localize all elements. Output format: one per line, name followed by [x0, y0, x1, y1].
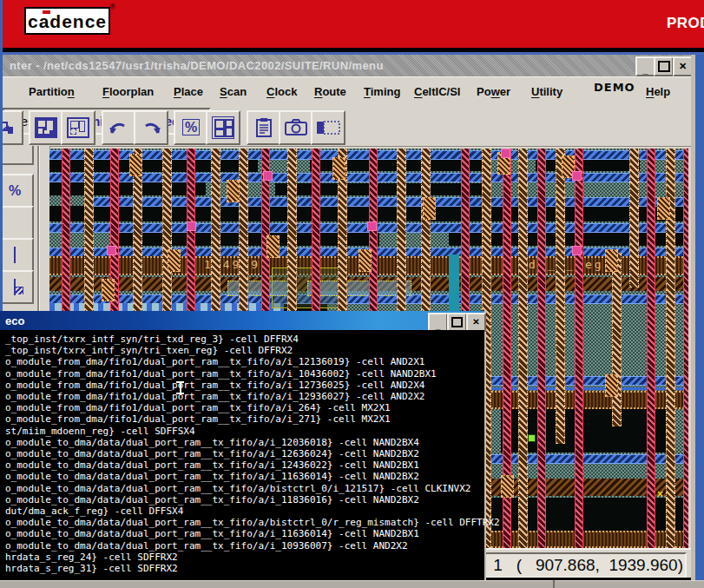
- layout-power-stripe-red: [575, 149, 583, 548]
- menu-help[interactable]: Help: [646, 85, 670, 98]
- layout-power-stripe-red: [369, 149, 378, 322]
- screen: cadence ® PROD nter - /net/cds12547/usr1…: [0, 0, 704, 588]
- cadence-logo-text: cadence: [28, 12, 107, 30]
- terminal-line: o_module_from_dma/fifo1/dual_port_ram__t…: [5, 402, 484, 413]
- layout-marker-magenta: [107, 246, 116, 255]
- cadence-logo: cadence ®: [24, 7, 110, 35]
- layout-route-stripe-tan: [84, 149, 94, 322]
- layout-route-stripe-tan: [612, 253, 622, 426]
- terminal-maximize-icon: [451, 317, 463, 327]
- menu-celtic-si[interactable]: CeltIC/SI: [414, 85, 460, 98]
- redo-icon: [140, 119, 162, 136]
- window-titlebar[interactable]: nter - /net/cds12547/usr1/trisha/DEMO/DA…: [3, 55, 691, 76]
- layout-via-cell: [168, 249, 181, 272]
- terminal-line: hrdata_s_reg_24} -cell SDFFRX2: [5, 552, 484, 563]
- layout-via-cell: [501, 475, 514, 498]
- layout-marker-magenta: [572, 246, 582, 255]
- layout-via-cell: [657, 197, 670, 220]
- layout-marker-x: ×: [657, 489, 663, 499]
- layout-route-stripe-tan: [162, 149, 172, 322]
- terminal-line: o_module_to_dma/data/dual_port_ram__tx_f…: [5, 494, 484, 505]
- cursor-coordinates: 1 ( 907.868, 1939.960): [493, 556, 683, 575]
- floorplan-filled-button[interactable]: [29, 110, 63, 145]
- menu-floorplan[interactable]: Floorplan: [102, 85, 154, 98]
- layout-marker-magenta: [501, 149, 510, 158]
- snapshot-icon: [285, 119, 307, 136]
- menu-route[interactable]: Route: [314, 85, 346, 98]
- terminal-line: hrdata_s_reg_31} -cell SDFFRX2: [5, 563, 484, 574]
- banner-right-text: PROD: [667, 15, 704, 32]
- maximize-icon: [658, 61, 670, 72]
- terminal-line: o_module_from_dma/fifo1/dual_port_ram__t…: [5, 380, 484, 391]
- layout-marker-magenta: [367, 221, 377, 231]
- terminal-line: o_module_to_dma/data/dual_port_ram__tx_f…: [5, 471, 484, 482]
- layout-black-region: [275, 183, 484, 195]
- select-region-icon: [316, 120, 340, 135]
- corner-area-tool-icon: [14, 280, 16, 295]
- terminal-output[interactable]: _top_inst/txrx_intf_syn/tri_txd_reg_3} -…: [0, 330, 484, 580]
- menu-timing[interactable]: Timing: [364, 85, 400, 98]
- floorplan-outline-button[interactable]: [61, 110, 95, 145]
- percent-tool-button[interactable]: %: [3, 174, 34, 208]
- percent-button[interactable]: %: [174, 110, 208, 145]
- redo-button[interactable]: [134, 110, 168, 145]
- layout-route-stripe-tan: [287, 149, 297, 322]
- terminal-line: o_module_from_dma/fifo1/dual_port_ram__t…: [5, 391, 484, 402]
- multi-window-button[interactable]: [206, 110, 240, 145]
- terminal-minimize-button[interactable]: _: [428, 313, 448, 332]
- layout-black-region: [49, 182, 206, 195]
- screen-bottom-strip: [0, 580, 704, 588]
- corner-area-tool-button[interactable]: [3, 270, 34, 304]
- eco-terminal-window[interactable]: eco _ ✕ _top_inst/txrx_intf_syn/tri_txd_…: [0, 311, 486, 580]
- terminal-line: o_module_to_dma/data/dual_port_ram__tx_f…: [5, 448, 484, 459]
- cadence-logo-accent: [43, 10, 50, 14]
- terminal-line: o_module_to_dma/data/dual_port_ram__tx_f…: [5, 459, 484, 471]
- terminal-line: _top_inst/txrx_intf_syn/tri_txd_reg_3} -…: [5, 334, 484, 345]
- layout-marker-magenta: [572, 171, 582, 181]
- menubar: PartitionFloorplanPlaceScanClockRouteTim…: [3, 76, 691, 109]
- hatch-area-tool-icon: [14, 248, 16, 263]
- layout-power-stripe-red: [537, 149, 546, 548]
- layout-via-cell: [102, 279, 115, 301]
- layout-power-stripe-red: [187, 149, 195, 322]
- clipboard-button[interactable]: [247, 110, 281, 145]
- hatch-area-tool-button[interactable]: [3, 238, 34, 272]
- detach-window-button[interactable]: [0, 110, 23, 145]
- registered-trademark-icon: ®: [109, 3, 115, 11]
- blank-tool-button[interactable]: [3, 146, 34, 165]
- floorplan-filled-icon: [35, 117, 57, 138]
- layout-via-cell: [129, 154, 142, 176]
- layout-route-stripe-tan: [397, 149, 406, 322]
- maximize-button[interactable]: [654, 56, 674, 76]
- snapshot-button[interactable]: [279, 110, 313, 145]
- layout-power-stripe-red: [312, 149, 320, 322]
- undo-icon: [108, 119, 130, 136]
- menu-clock[interactable]: Clock: [266, 85, 297, 98]
- menu-scan[interactable]: Scan: [220, 85, 247, 98]
- undo-button[interactable]: [102, 110, 136, 145]
- terminal-line: st/miim_mdoenn_reg} -cell SDFFSX4: [5, 426, 484, 437]
- terminal-line: o_module_to_dma/data/dual_port_ram__tx_f…: [5, 483, 484, 494]
- menu-demo[interactable]: DEMO: [594, 81, 635, 94]
- bottom-strip-seam: [553, 580, 555, 588]
- menu-partition[interactable]: Partition: [29, 85, 75, 98]
- layout-power-stripe-red: [62, 149, 70, 322]
- terminal-line: dut/dma_ack_f_reg} -cell DFFSX4: [5, 505, 484, 517]
- menu-utility[interactable]: Utility: [531, 85, 563, 98]
- toolbar: Design is: Timing Analyzed %: [3, 108, 691, 147]
- terminal-line: o_module_from_dma/fifo1/dual_port_ram__t…: [5, 368, 484, 380]
- terminal-close-button[interactable]: ✕: [466, 313, 486, 332]
- menu-place[interactable]: Place: [174, 85, 203, 98]
- terminal-line: o_module_to_dma/data/dual_port_ram__tx_f…: [5, 517, 484, 528]
- percent-tool-icon: %: [9, 183, 21, 199]
- close-button[interactable]: ✕: [673, 56, 693, 76]
- select-region-button[interactable]: [311, 110, 345, 145]
- terminal-titlebar[interactable]: eco _ ✕: [0, 311, 484, 330]
- menu-power[interactable]: Power: [477, 85, 510, 98]
- minimize-button[interactable]: _: [635, 56, 655, 76]
- terminal-maximize-button[interactable]: [447, 313, 467, 332]
- blue-fill-tool-button[interactable]: [3, 206, 34, 240]
- terminal-line: o_module_to_dma/data/dual_port_ram__tx_f…: [5, 437, 484, 448]
- window-right-border: [695, 55, 704, 586]
- layout-route-stripe-tan: [211, 149, 220, 322]
